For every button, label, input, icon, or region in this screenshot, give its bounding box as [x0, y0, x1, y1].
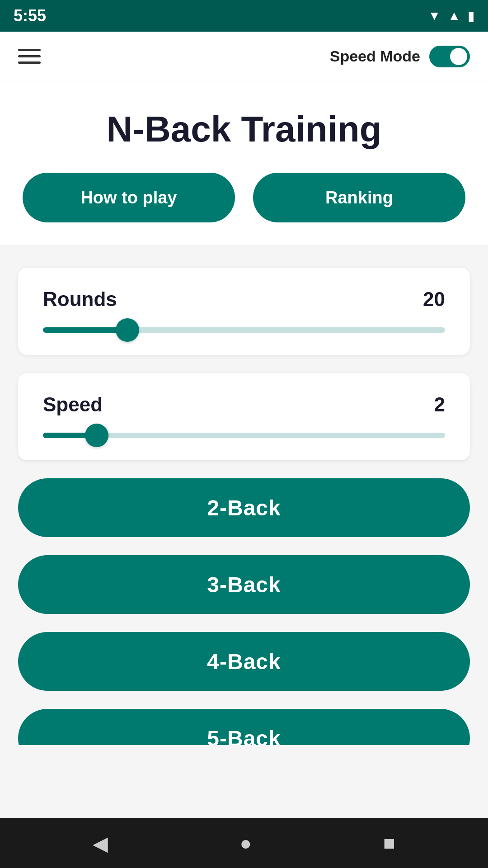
- hamburger-line-3: [18, 61, 41, 64]
- ranking-button[interactable]: Ranking: [253, 173, 465, 222]
- recent-icon: ■: [383, 832, 395, 854]
- rounds-card: Rounds 20: [18, 268, 470, 355]
- three-back-button[interactable]: 3-Back: [18, 555, 470, 614]
- five-back-button[interactable]: 5-Back: [18, 709, 470, 745]
- back-icon: ◀: [93, 832, 108, 855]
- bottom-nav: ◀ ● ■: [0, 818, 488, 868]
- five-back-peek: 5-Back: [18, 709, 470, 745]
- four-back-button[interactable]: 4-Back: [18, 632, 470, 691]
- speed-value: 2: [434, 393, 445, 416]
- speed-mode-container: Speed Mode: [330, 46, 470, 67]
- speed-mode-label: Speed Mode: [330, 47, 420, 65]
- status-bar: 5:55 ▼ ▲ ▮: [0, 0, 488, 32]
- top-bar: Speed Mode: [0, 32, 488, 81]
- two-back-button[interactable]: 2-Back: [18, 478, 470, 537]
- speed-slider-container: [43, 432, 445, 440]
- app-title: N-Back Training: [106, 108, 381, 150]
- main-content: Rounds 20 Speed 2 2-Back 3-Back 4-Back 5…: [0, 245, 488, 818]
- speed-slider[interactable]: [43, 433, 445, 438]
- back-nav-button[interactable]: ◀: [93, 832, 108, 855]
- status-time: 5:55: [14, 6, 46, 25]
- battery-icon: ▮: [468, 9, 474, 24]
- home-icon: ●: [239, 832, 252, 854]
- speed-mode-toggle[interactable]: [429, 46, 470, 67]
- hero-section: N-Back Training How to play Ranking: [0, 81, 488, 245]
- speed-card-header: Speed 2: [43, 393, 445, 416]
- speed-card: Speed 2: [18, 373, 470, 460]
- rounds-value: 20: [423, 288, 445, 311]
- rounds-slider[interactable]: [43, 327, 445, 333]
- hero-buttons: How to play Ranking: [23, 173, 465, 222]
- recent-nav-button[interactable]: ■: [383, 832, 395, 854]
- signal-icon: ▲: [448, 9, 460, 23]
- hamburger-line-2: [18, 55, 41, 57]
- rounds-card-header: Rounds 20: [43, 288, 445, 311]
- speed-label: Speed: [43, 393, 103, 416]
- how-to-play-button[interactable]: How to play: [23, 173, 235, 222]
- home-nav-button[interactable]: ●: [239, 832, 252, 854]
- wifi-icon: ▼: [428, 9, 441, 23]
- toggle-slider: [429, 46, 470, 67]
- hamburger-line-1: [18, 49, 41, 51]
- rounds-label: Rounds: [43, 288, 117, 311]
- status-icons: ▼ ▲ ▮: [428, 9, 474, 24]
- rounds-slider-container: [43, 326, 445, 335]
- menu-button[interactable]: [18, 49, 41, 64]
